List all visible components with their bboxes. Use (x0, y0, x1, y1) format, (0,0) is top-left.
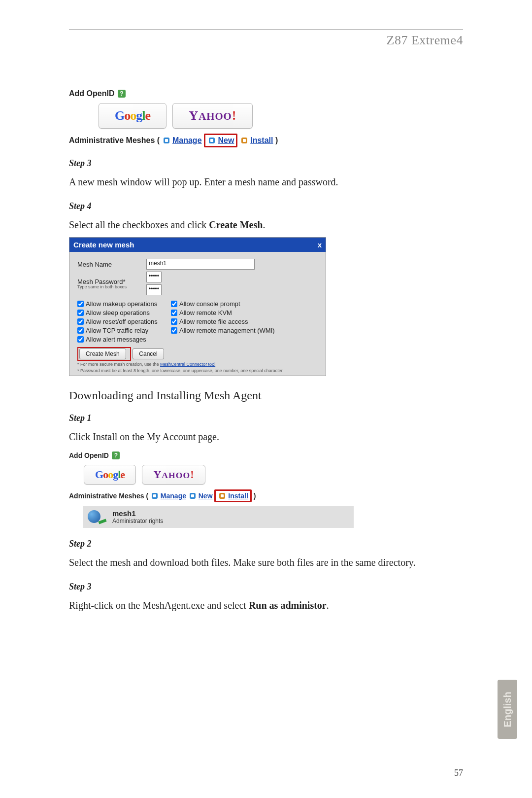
check-console-prompt[interactable]: Allow console prompt (171, 300, 289, 308)
add-openid-label-2: Add OpenID (69, 451, 109, 459)
mesh-password-note: Type same in both boxes (77, 284, 146, 289)
google-button[interactable]: Google (99, 103, 166, 129)
header-rule (69, 30, 463, 30)
language-tab: English (498, 680, 517, 739)
s2-step2-label: Step 2 (69, 539, 463, 549)
yahoo-logo-icon-2: YAHOO! (153, 468, 194, 481)
connector-tool-link[interactable]: MeshCentral Connector tool (160, 362, 215, 367)
manage-link-2[interactable]: Manage (161, 492, 186, 500)
highlight-install: Install (214, 489, 251, 502)
highlight-new: New (204, 134, 237, 147)
admin-meshes-label-2: Administrative Meshes (69, 492, 144, 500)
check-sleep-ops[interactable]: Allow sleep operations (77, 309, 171, 316)
new-icon-2 (190, 493, 196, 499)
section-heading: Downloading and Installing Mesh Agent (69, 389, 463, 402)
admin-meshes-row: Administrative Meshes ( Manage New Insta… (69, 134, 463, 147)
admin-meshes-row-2: Administrative Meshes ( Manage New Insta… (69, 489, 463, 502)
page-number: 57 (454, 768, 463, 778)
mesh-password-input-1[interactable]: ••••• (146, 272, 162, 282)
install-icon (241, 138, 247, 143)
step3-text: A new mesh window will pop up. Enter a m… (69, 173, 463, 190)
yahoo-button-2[interactable]: YAHOO! (142, 465, 205, 485)
check-reset-off[interactable]: Allow reset/off operations (77, 318, 171, 325)
yahoo-logo-icon: YAHOO! (189, 108, 236, 123)
check-alert-msg[interactable]: Allow alert messages (77, 336, 171, 343)
screenshot-openid-install: Add OpenID ? Google YAHOO! Administrativ… (69, 449, 463, 528)
check-remote-kvm[interactable]: Allow remote KVM (171, 309, 289, 316)
manage-icon-2 (152, 493, 158, 499)
s2-step1-text: Click Install on the My Account page. (69, 428, 463, 445)
new-icon (209, 138, 215, 143)
close-icon[interactable]: x (318, 241, 322, 249)
check-tcp-relay[interactable]: Allow TCP traffic relay (77, 327, 171, 334)
mesh-name-input[interactable]: mesh1 (146, 259, 255, 270)
mesh-name: mesh1 (112, 509, 163, 518)
check-remote-wmi[interactable]: Allow remote management (WMI) (171, 327, 289, 334)
step3-label: Step 3 (69, 158, 463, 169)
manage-icon (164, 138, 169, 143)
dialog-fineprint-1: * For more secure mesh creation, use the… (77, 362, 318, 367)
check-remote-file[interactable]: Allow remote file access (171, 318, 289, 325)
create-mesh-button[interactable]: Create Mesh (79, 348, 126, 359)
new-link[interactable]: New (218, 136, 234, 144)
s2-step3-label: Step 3 (69, 582, 463, 592)
help-icon-2[interactable]: ? (112, 451, 120, 459)
step4-text: Select all the checkboxes and click Crea… (69, 216, 463, 233)
mesh-name-label: Mesh Name (77, 261, 146, 268)
install-link-2[interactable]: Install (228, 492, 248, 500)
google-button-2[interactable]: Google (84, 465, 136, 485)
dialog-title: Create new mesh (73, 241, 134, 249)
product-header: Z87 Extreme4 (69, 33, 463, 48)
dialog-fineprint-2: * Password must be at least 8 length, on… (77, 368, 318, 374)
install-icon-2 (219, 493, 225, 499)
s2-step3-text: Right-click on the MeshAgent.exe and sel… (69, 597, 463, 614)
cancel-button[interactable]: Cancel (133, 348, 164, 359)
install-link[interactable]: Install (250, 136, 273, 144)
highlight-create-mesh: Create Mesh (77, 347, 131, 361)
check-makeup-ops[interactable]: Allow makeup operations (77, 300, 171, 308)
mesh-password-input-2[interactable]: ••••• (146, 284, 162, 295)
step4-label: Step 4 (69, 201, 463, 211)
new-link-2[interactable]: New (199, 492, 213, 500)
screenshot-create-mesh-dialog: Create new mesh x Mesh Name mesh1 Mesh P… (69, 237, 326, 376)
google-logo-icon: Google (115, 108, 150, 123)
mesh-globe-icon (88, 509, 106, 525)
google-logo-icon-2: Google (95, 468, 125, 481)
mesh-role: Administrator rights (112, 518, 163, 524)
mesh-list-item[interactable]: mesh1 Administrator rights (83, 506, 354, 528)
s2-step2-text: Select the mesh and download both files.… (69, 554, 463, 571)
screenshot-openid-new: Add OpenID ? Google YAHOO! Administrativ… (69, 87, 463, 147)
admin-meshes-label: Administrative Meshes (69, 136, 155, 144)
s2-step1-label: Step 1 (69, 413, 463, 423)
manage-link[interactable]: Manage (172, 136, 202, 144)
add-openid-label: Add OpenID (69, 89, 114, 98)
help-icon[interactable]: ? (118, 90, 126, 98)
yahoo-button[interactable]: YAHOO! (172, 103, 253, 129)
